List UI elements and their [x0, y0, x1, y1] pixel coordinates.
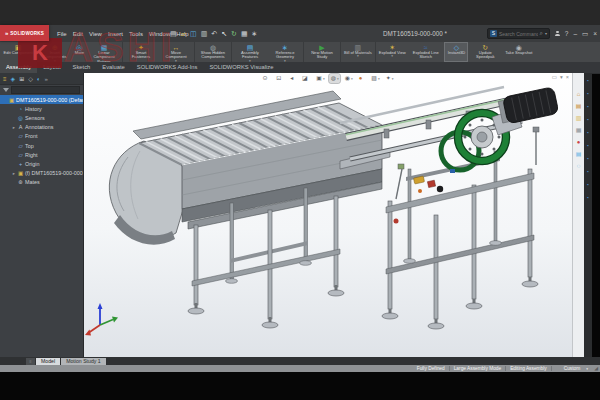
ribbon-button[interactable]: ▥ Bill of Materials ▾ — [340, 42, 374, 62]
tree-item[interactable]: ▸ ▱ Right — [0, 150, 83, 159]
tree-item[interactable]: ▸ + Origin — [0, 159, 83, 168]
task-pane-tab-icon[interactable]: ▦ — [576, 127, 582, 134]
task-pane-tab-icon[interactable]: ⌂ — [577, 91, 581, 98]
search-caret-icon[interactable]: ▾ — [545, 31, 547, 36]
letterbox-top — [0, 0, 600, 25]
dock-icon[interactable]: ▪ — [587, 156, 589, 161]
menu-item[interactable]: Edit — [70, 31, 86, 37]
tab-motion-study[interactable]: Motion Study 1 — [61, 358, 106, 365]
toolbar-icon[interactable]: ∗ — [252, 30, 258, 37]
ribbon-button[interactable]: ✶ Exploded View ▾ — [375, 42, 408, 62]
ribbon-button[interactable]: ▦ Linear Component Pattern ▾ — [86, 42, 121, 62]
tree-item[interactable]: ▸ ▱ Top — [0, 141, 83, 150]
panel-tab-icon[interactable]: ◐ — [37, 76, 41, 82]
ribbon-button[interactable]: ◎ Mate ▾ — [72, 42, 86, 62]
toolbar-icon[interactable]: ▱ — [181, 30, 186, 37]
resize-grip-icon[interactable]: ◢ — [594, 365, 598, 372]
tree-item[interactable]: ▸ ▱ Front — [0, 132, 83, 141]
help-icon[interactable]: ? — [565, 25, 569, 42]
minimize-button[interactable]: – — [573, 25, 577, 42]
ribbon-button[interactable]: ≈ Exploded Line Sketch ▾ — [408, 42, 443, 62]
toolbar-icon[interactable]: ◫ — [190, 30, 197, 37]
task-pane-tab-icon[interactable]: ● — [577, 139, 581, 146]
quick-access-toolbar: ▤▱◫▥↶↖↻▦∗ — [170, 25, 257, 42]
dock-icon[interactable]: ▪ — [587, 143, 589, 148]
menu-item[interactable]: Tools — [126, 31, 146, 37]
dock-icon[interactable]: ▪ — [587, 78, 589, 83]
menu-item[interactable]: View — [86, 31, 105, 37]
chevron-down-icon: ▾ — [357, 55, 359, 59]
search-icon[interactable]: ⌕ — [540, 30, 543, 37]
drive-motor[interactable] — [498, 87, 559, 125]
tree-item[interactable]: ▸ A Annotations — [0, 123, 83, 132]
dock-icon[interactable]: ▪ — [587, 182, 589, 187]
tree-item[interactable]: ▸ ◎ Sensors — [0, 113, 83, 122]
search-box[interactable]: S ⌕ ▾ — [487, 28, 550, 39]
ribbon-button[interactable]: ✦ Smart Fasteners ▾ — [122, 42, 158, 62]
toolbar-icon[interactable]: ▤ — [170, 30, 177, 37]
toolbar-icon[interactable]: ↖ — [221, 30, 227, 37]
restore-button[interactable]: ▭ — [582, 25, 588, 42]
ribbon-tab[interactable]: Assembly — [0, 62, 37, 73]
dock-icon[interactable]: ▪ — [587, 130, 589, 135]
login-icon[interactable] — [555, 31, 560, 37]
ribbon-tab[interactable]: SOLIDWORKS Add-Ins — [131, 62, 204, 73]
ribbon-tab[interactable]: SOLIDWORKS Visualize — [203, 62, 279, 73]
close-button[interactable]: × — [593, 25, 597, 42]
conveyor-group[interactable] — [109, 91, 382, 328]
custom-dropdown[interactable]: Custom ▾ — [560, 366, 588, 371]
tree-item-icon: ◔ — [17, 106, 24, 112]
task-pane-tab-icon[interactable]: ▤ — [576, 103, 582, 110]
task-pane-tab-icon[interactable]: ▤ — [576, 151, 582, 158]
ribbon-button[interactable]: ▤ Assembly Features ▾ — [231, 42, 267, 62]
letterbox-right — [592, 73, 600, 372]
dock-icon[interactable]: ▪ — [587, 91, 589, 96]
panel-tab-icon[interactable]: ◇ — [28, 76, 33, 82]
ribbon-button-label: Exploded Line Sketch — [411, 51, 441, 60]
ribbon-tab[interactable]: Sketch — [67, 62, 97, 73]
ribbon-button[interactable]: ◉ Take Snapshot ▾ — [503, 42, 535, 62]
ribbon-button[interactable]: ∗ Reference Geometry ▾ — [267, 42, 302, 62]
ribbon-button[interactable]: ◇ Instant3D ▾ — [444, 42, 468, 62]
tree-item-icon: ▱ — [17, 152, 24, 158]
pane-splitter-icon[interactable]: ≡ — [26, 358, 35, 365]
search-scope-icon[interactable]: S — [490, 30, 497, 37]
panel-tab-icon[interactable]: ⊞ — [19, 76, 24, 82]
dock-icon[interactable]: ▪ — [587, 104, 589, 109]
ribbon-button[interactable]: ⊕ Insert Components ▾ — [36, 42, 72, 62]
ribbon-button[interactable]: ↔ Move Component ▾ — [158, 42, 193, 62]
tree-item[interactable]: ▸ ◔ History — [0, 104, 83, 113]
ribbon-button[interactable]: ◍ Show Hidden Components ▾ — [194, 42, 230, 62]
search-input[interactable] — [499, 31, 538, 37]
graphics-viewport[interactable]: ⊙ ▾ ⊡ ▾ ◂ ▾ ◪ ▾ ▣ — [84, 73, 572, 357]
ribbon-button[interactable]: ▶ New Motion Study ▾ — [303, 42, 339, 62]
task-pane-tab-icon[interactable]: ▥ — [576, 115, 582, 122]
assembly-model[interactable] — [84, 73, 572, 357]
tree-item[interactable]: ▸ ⊚ Mates — [0, 178, 83, 187]
ribbon-button[interactable]: ▣ Edit Component ▾ — [1, 42, 35, 62]
toolbar-icon[interactable]: ↶ — [211, 30, 217, 37]
status-editing-assembly: Editing Assembly — [506, 366, 551, 371]
filter-input[interactable] — [11, 86, 80, 94]
panel-tab-icon[interactable]: ◈ — [11, 76, 16, 82]
panel-tab-icon[interactable]: » — [44, 76, 47, 82]
ribbon-tab[interactable]: Layout — [37, 62, 66, 73]
dock-icon[interactable]: ▪ — [587, 195, 589, 200]
document-title: DMT160519-000-000 * — [383, 25, 447, 42]
toolbar-icon[interactable]: ▥ — [201, 30, 208, 37]
toolbar-icon[interactable]: ▦ — [241, 30, 248, 37]
ribbon-tab[interactable]: Evaluate — [96, 62, 131, 73]
tab-model[interactable]: Model — [36, 358, 60, 365]
dock-icon[interactable]: ▪ — [587, 117, 589, 122]
bottom-tab-bar: ≡ Model Motion Study 1 — [0, 357, 600, 365]
tree-item[interactable]: ▸ ▣ DMT160519-000-000 (Default<Default_D — [0, 95, 83, 104]
tree-item[interactable]: ▸ ▣ (f) DMT160519-000-000.stp-1 (Defa — [0, 169, 83, 178]
menu-item[interactable]: File — [54, 31, 70, 37]
ribbon-button[interactable]: ↻ Update Speedpak ▾ — [468, 42, 503, 62]
menu-item[interactable]: Insert — [105, 31, 126, 37]
dock-icon[interactable]: ▪ — [587, 169, 589, 174]
task-pane-tab-icon[interactable]: ◌ — [577, 163, 581, 170]
orientation-triad — [85, 303, 118, 336]
panel-tab-icon[interactable]: ≡ — [3, 76, 7, 82]
toolbar-icon[interactable]: ↻ — [231, 30, 237, 37]
